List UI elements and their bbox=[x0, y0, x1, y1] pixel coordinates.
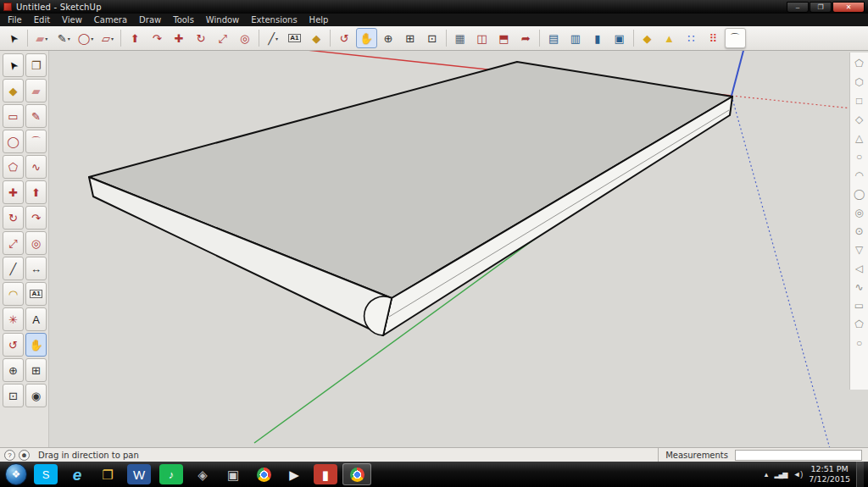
offset-tool[interactable]: ◎ bbox=[25, 231, 47, 255]
shape-helix-icon[interactable]: ∿ bbox=[852, 279, 867, 295]
scale-tool[interactable]: ⤢ bbox=[3, 231, 24, 255]
taskbar-app-photo-viewer[interactable]: ▮ bbox=[314, 464, 337, 484]
close-button[interactable]: ✕ bbox=[832, 2, 865, 13]
polygon-tool[interactable]: ⬠ bbox=[3, 155, 24, 179]
rectangle-tool[interactable]: ▭ bbox=[3, 104, 24, 128]
paint-bucket-tool[interactable]: ◆ bbox=[3, 79, 24, 102]
volume-icon[interactable]: ◄) bbox=[793, 470, 803, 479]
push-pull-tool[interactable]: ⬆ bbox=[125, 28, 146, 48]
axes-tool[interactable]: ✳ bbox=[3, 307, 24, 331]
section-display-toggle[interactable]: ◫ bbox=[472, 28, 493, 48]
rotate-tool[interactable]: ↻ bbox=[191, 28, 212, 48]
start-button[interactable]: ❖ bbox=[5, 463, 27, 485]
line-tool[interactable]: ✎▾ bbox=[53, 28, 75, 48]
circle-tool[interactable]: ◯ bbox=[3, 130, 24, 153]
menu-camera[interactable]: Camera bbox=[88, 15, 133, 25]
menu-window[interactable]: Window bbox=[200, 15, 245, 25]
3d-text-tool[interactable]: A bbox=[25, 307, 47, 331]
components-browser-button[interactable]: ∷ bbox=[681, 28, 702, 48]
shadows-toggle[interactable]: ◆ bbox=[637, 28, 659, 48]
zoom-extents-tool[interactable]: ⊡ bbox=[3, 384, 24, 407]
rotate-tool[interactable]: ↻ bbox=[3, 206, 24, 230]
shape-pentagon-icon[interactable]: ⬠ bbox=[852, 55, 867, 71]
menu-draw[interactable]: Draw bbox=[133, 15, 167, 25]
menu-help[interactable]: Help bbox=[303, 15, 335, 25]
show-desktop-button[interactable] bbox=[856, 462, 864, 487]
shape-pyramid-icon[interactable]: ▽ bbox=[852, 241, 867, 257]
move-tool[interactable]: ✚ bbox=[169, 28, 190, 48]
pan-tool[interactable]: ✋ bbox=[25, 333, 47, 357]
zoom-window-tool[interactable]: ⊞ bbox=[25, 358, 47, 382]
tape-measure-tool[interactable]: ╱ bbox=[3, 257, 24, 280]
slab-model[interactable] bbox=[89, 62, 732, 335]
scale-tool[interactable]: ⤢ bbox=[213, 28, 234, 48]
taskbar-app-file-explorer[interactable]: ❐ bbox=[93, 463, 122, 485]
protractor-tool[interactable]: ◠ bbox=[3, 282, 24, 306]
tape-measure-tool[interactable]: ╱▾ bbox=[263, 28, 284, 48]
slab-top-face[interactable] bbox=[89, 62, 732, 298]
fog-toggle[interactable]: ▲ bbox=[659, 28, 681, 48]
colors-browser-button[interactable]: ⠿ bbox=[703, 28, 724, 48]
menu-extensions[interactable]: Extensions bbox=[245, 15, 303, 25]
network-icon[interactable]: ▂▄▆ bbox=[774, 471, 787, 479]
taskbar-app-video-player[interactable]: ▶ bbox=[280, 463, 309, 485]
shape-cylinder-icon[interactable]: ◯ bbox=[852, 185, 867, 202]
shapes-tool[interactable]: ◯▾ bbox=[75, 28, 97, 48]
eraser-tool[interactable]: ▰ bbox=[25, 79, 47, 102]
move-tool[interactable]: ✚ bbox=[3, 180, 24, 204]
follow-me-tool[interactable]: ↷ bbox=[147, 28, 168, 48]
line-tool[interactable]: ✎ bbox=[25, 104, 47, 128]
look-around-tool[interactable]: ◉ bbox=[25, 384, 47, 407]
push-pull-tool[interactable]: ⬆ bbox=[25, 180, 47, 204]
taskbar-app-chrome-active[interactable] bbox=[342, 463, 371, 485]
shape-polygon-icon[interactable]: ⬠ bbox=[852, 316, 867, 332]
taskbar-app-screenshot-tool[interactable]: ◈ bbox=[188, 463, 217, 485]
menu-file[interactable]: File bbox=[2, 15, 28, 25]
maximize-button[interactable]: ❐ bbox=[810, 2, 832, 13]
help-icon[interactable]: ? bbox=[4, 450, 15, 461]
shape-torus-icon[interactable]: ◎ bbox=[852, 204, 867, 220]
shape-wedge-icon[interactable]: ◁ bbox=[852, 260, 867, 276]
select-tool[interactable]: ➤ bbox=[3, 53, 24, 77]
arc-tool[interactable]: ⌒ bbox=[25, 130, 47, 153]
measurements-input[interactable] bbox=[735, 450, 862, 461]
paint-bucket-tool[interactable]: ◆ bbox=[306, 28, 327, 48]
model-viewport[interactable] bbox=[49, 51, 868, 447]
menu-view[interactable]: View bbox=[56, 15, 88, 25]
two-point-arc-tool[interactable]: ⌒ bbox=[725, 28, 746, 48]
shape-tube-icon[interactable]: ⊙ bbox=[852, 223, 867, 239]
tray-overflow-icon[interactable]: ▴ bbox=[765, 470, 769, 479]
offset-tool[interactable]: ◎ bbox=[235, 28, 256, 48]
shape-dome-icon[interactable]: ◠ bbox=[852, 167, 867, 183]
taskbar-app-chrome[interactable] bbox=[249, 463, 278, 485]
text-tool[interactable]: A1 bbox=[285, 28, 306, 48]
section-plane-tool[interactable]: ▦ bbox=[450, 28, 471, 48]
taskbar-app-skype[interactable]: S bbox=[34, 464, 58, 484]
text-tool[interactable]: A1 bbox=[25, 282, 47, 306]
style-shaded-button[interactable]: ▮ bbox=[587, 28, 609, 48]
shape-sphere-icon[interactable]: ○ bbox=[852, 148, 867, 164]
minimize-button[interactable]: – bbox=[787, 2, 809, 13]
shape-ellipse-icon[interactable]: ○ bbox=[852, 335, 867, 351]
shape-cube-icon[interactable]: □ bbox=[852, 92, 867, 108]
eraser-tool[interactable]: ▰▾ bbox=[31, 28, 53, 48]
orbit-tool[interactable]: ↺ bbox=[334, 28, 355, 48]
taskbar-app-media-player[interactable]: ▣ bbox=[219, 463, 248, 485]
style-hidden-line-button[interactable]: ▥ bbox=[565, 28, 587, 48]
dimension-tool[interactable]: ↔ bbox=[25, 257, 47, 280]
taskbar-app-internet-explorer[interactable]: e bbox=[63, 463, 92, 485]
orbit-tool[interactable]: ↺ bbox=[3, 333, 24, 357]
follow-me-tool[interactable]: ↷ bbox=[25, 206, 47, 230]
menu-edit[interactable]: Edit bbox=[28, 15, 56, 25]
section-cut-toggle[interactable]: ⬒ bbox=[493, 28, 515, 48]
model-canvas[interactable] bbox=[49, 51, 868, 447]
taskbar-app-spotify[interactable]: ♪ bbox=[159, 464, 183, 484]
rotated-rectangle-tool[interactable]: ▱▾ bbox=[97, 28, 119, 48]
zoom-window-tool[interactable]: ⊞ bbox=[400, 28, 421, 48]
zoom-tool[interactable]: ⊕ bbox=[3, 358, 24, 382]
shape-cone-icon[interactable]: △ bbox=[852, 130, 867, 146]
export-scene-button[interactable]: ➦ bbox=[515, 28, 537, 48]
shape-prism-icon[interactable]: ◇ bbox=[852, 111, 867, 127]
shape-box-icon[interactable]: ▭ bbox=[852, 297, 867, 313]
style-wireframe-button[interactable]: ▤ bbox=[543, 28, 565, 48]
